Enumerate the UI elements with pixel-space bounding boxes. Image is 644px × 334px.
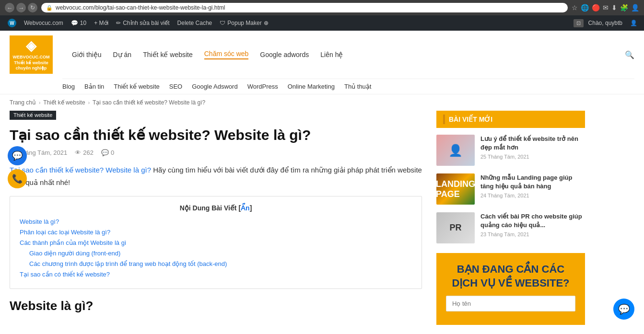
sec-nav-thu-thuat[interactable]: Thủ thuật	[344, 83, 371, 90]
toc-link-1[interactable]: Website là gì?	[20, 218, 59, 225]
article-comments: 💬 0	[101, 149, 114, 156]
breadcrumb-sep-1: ›	[39, 100, 40, 105]
post-2-img-text: LANDING PAGE	[436, 179, 475, 199]
nav-thiet-ke-website[interactable]: Thiết kế website	[143, 51, 193, 58]
breadcrumb-sep-2: ›	[88, 100, 90, 105]
nav-cham-soc-web[interactable]: Chăm sóc web	[204, 50, 249, 59]
comments-count: 0	[111, 149, 114, 156]
wp-user-avatar[interactable]: 👤	[627, 15, 640, 31]
recent-post-1-title[interactable]: Lưu ý để thiết kế website trở nên đẹp mắ…	[480, 135, 585, 152]
list-item: Tại sao cần có thiết kế website?	[20, 270, 412, 278]
heading-bar-accent	[443, 115, 445, 124]
toc-link-6[interactable]: Tại sao cần có thiết kế website?	[20, 271, 110, 278]
logo-diamond-icon: ◈	[26, 38, 36, 54]
search-button[interactable]: 🔍	[625, 50, 634, 59]
post-3-img-text: PR	[449, 223, 461, 233]
wp-logo-item[interactable]: W	[4, 15, 20, 31]
toc-toggle-button[interactable]: Ẩn	[241, 204, 250, 212]
sec-nav-blog[interactable]: Blog	[62, 83, 75, 90]
wp-site-name[interactable]: Webvocuc.com	[20, 15, 67, 31]
sidebar-heading-recent: BÀI VIẾT MỚI	[436, 111, 585, 128]
wp-delete-cache[interactable]: Delete Cache	[174, 15, 216, 31]
toc-link-5[interactable]: Các chương trình được lập trình để trang…	[29, 260, 227, 267]
recent-post-1-date: 25 Tháng Tám, 2021	[480, 154, 585, 160]
profile-icon[interactable]: 👤	[631, 4, 639, 12]
forward-button[interactable]: →	[16, 3, 26, 12]
wp-comments[interactable]: 💬 10	[67, 15, 90, 31]
main-layout: Thiết kế website Tại sao cần thiết kế we…	[0, 111, 644, 325]
wp-popup-maker[interactable]: 🛡 Popup Maker ⊕	[216, 15, 272, 31]
recent-post-2-image[interactable]: LANDING PAGE	[436, 173, 475, 205]
secondary-navigation: Blog Bản tin Thiết kế website SEO Google…	[62, 79, 634, 94]
logo-text: WEBVOCUC.COM Thiết kế website chuyên ngh…	[12, 55, 51, 71]
toc-link-2[interactable]: Phân loại các loại Website là gì?	[20, 229, 110, 236]
extension-icon-3[interactable]: ✉	[603, 4, 609, 12]
extension-icon-1[interactable]: 🌐	[581, 4, 589, 12]
screen-toggle-button[interactable]: ⊡	[574, 19, 584, 27]
main-navigation: Giới thiệu Dự án Thiết kế website Chăm s…	[72, 50, 606, 59]
address-bar[interactable]: 🔒 webvocuc.com/blog/tai-sao-can-thiet-ke…	[41, 3, 568, 12]
recent-post-1-image[interactable]: 👤	[436, 135, 475, 166]
wp-popup-label: Popup Maker	[227, 20, 261, 26]
views-count: 262	[83, 149, 94, 156]
back-button[interactable]: ←	[5, 3, 14, 12]
recent-post-3-image[interactable]: PR	[436, 212, 475, 243]
category-badge[interactable]: Thiết kế website	[10, 111, 56, 120]
sec-nav-ban-tin[interactable]: Bản tin	[84, 83, 104, 90]
recent-post-3-title[interactable]: Cách viết bài PR cho website giúp quảng …	[480, 212, 585, 230]
breadcrumb-category[interactable]: Thiết kế website	[43, 99, 85, 106]
wp-site-label: Webvocuc.com	[24, 20, 63, 26]
list-item: Website là gì?	[20, 218, 412, 225]
browser-chrome: ← → ↻ 🔒 webvocuc.com/blog/tai-sao-can-th…	[0, 0, 644, 15]
nav-lien-he[interactable]: Liên hệ	[320, 51, 343, 58]
extension-icon-2[interactable]: 🔴	[592, 4, 600, 12]
wp-edit-post[interactable]: ✏ Chỉnh sửa bài viết	[112, 15, 173, 31]
sec-nav-online-marketing[interactable]: Online Marketing	[288, 83, 335, 90]
sec-nav-thiet-ke[interactable]: Thiết kế website	[114, 83, 159, 90]
url-text: webvocuc.com/blog/tai-sao-can-thiet-ke-w…	[56, 4, 225, 11]
sec-nav-seo[interactable]: SEO	[169, 83, 182, 90]
recent-post-2-info: Những mẫu Landing page giúp tăng hiệu qu…	[480, 173, 585, 205]
wp-cache-label: Delete Cache	[177, 20, 212, 26]
wp-new-post[interactable]: + Mới	[90, 15, 112, 31]
popup-icon: 🛡	[220, 20, 225, 26]
recent-post-2-title[interactable]: Những mẫu Landing page giúp tăng hiệu qu…	[480, 173, 585, 191]
floating-buttons: 💬 📞	[8, 146, 27, 188]
cta-name-input[interactable]	[446, 296, 575, 311]
toc-link-4[interactable]: Giao diện người dùng (front-end)	[29, 250, 120, 257]
sec-nav-wordpress[interactable]: WordPress	[247, 83, 278, 90]
wp-admin-right: ⊡ Chào, quybtb 👤	[574, 15, 640, 31]
recent-post-3-date: 23 Tháng Tám, 2021	[480, 231, 585, 237]
nav-google-adwords[interactable]: Google adwords	[260, 51, 309, 58]
wp-edit-label: Chỉnh sửa bài viết	[123, 20, 169, 26]
refresh-button[interactable]: ↻	[28, 3, 37, 12]
bookmark-icon[interactable]: ☆	[572, 4, 578, 12]
article-meta: 18 Tháng Tám, 2021 👁 262 💬 0	[10, 149, 422, 156]
browser-nav-buttons: ← → ↻	[5, 3, 37, 12]
recent-post-1: 👤 Lưu ý để thiết kế website trở nên đẹp …	[436, 135, 585, 166]
phone-float-button[interactable]: 📞	[8, 169, 27, 188]
wp-new-label: + Mới	[94, 20, 108, 26]
toc-title: Nội Dung Bài Viết [Ẩn]	[20, 204, 412, 212]
article-views: 👁 262	[75, 149, 94, 156]
list-item: Giao diện người dùng (front-end)	[20, 249, 412, 257]
nav-du-an[interactable]: Dự án	[113, 51, 132, 58]
breadcrumb-home[interactable]: Trang chủ	[10, 99, 36, 106]
phone-icon: 📞	[12, 173, 23, 184]
breadcrumb: Trang chủ › Thiết kế website › Tại sao c…	[0, 94, 644, 111]
recent-posts-section: BÀI VIẾT MỚI 👤 Lưu ý để thiết kế website…	[436, 111, 585, 243]
comment-icon: 💬	[101, 149, 109, 156]
messenger-float-button[interactable]: 💬	[613, 299, 634, 320]
wp-comments-count: 10	[80, 20, 86, 26]
sec-nav-google-adsword[interactable]: Google Adsword	[192, 83, 237, 90]
edit-icon: ✏	[116, 20, 121, 26]
list-item: Các chương trình được lập trình để trang…	[20, 260, 412, 267]
extensions-button[interactable]: 🧩	[620, 4, 628, 12]
toc-link-3[interactable]: Các thành phần của một Website là gì	[20, 239, 126, 246]
chat-float-button[interactable]: 💬	[8, 146, 27, 165]
intro-link-2[interactable]: Website là gì?	[105, 166, 151, 174]
list-item: Phân loại các loại Website là gì?	[20, 228, 412, 236]
site-logo[interactable]: ◈ WEBVOCUC.COM Thiết kế website chuyên n…	[10, 35, 53, 74]
extension-icon-4[interactable]: ⬇	[611, 4, 617, 12]
nav-gioi-thieu[interactable]: Giới thiệu	[72, 51, 102, 58]
